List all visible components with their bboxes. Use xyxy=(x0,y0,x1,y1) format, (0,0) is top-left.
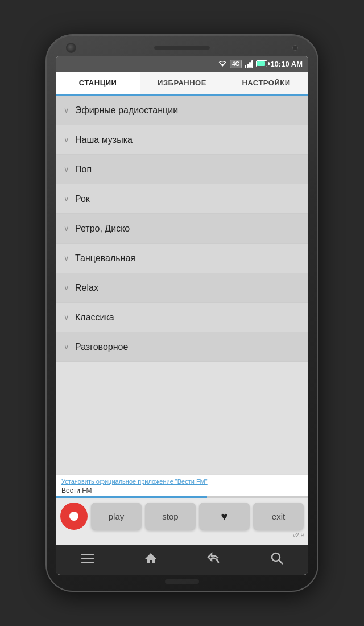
front-camera xyxy=(66,43,76,53)
chevron-icon-classic: ∨ xyxy=(64,313,69,322)
bar1 xyxy=(245,65,246,68)
bar2 xyxy=(247,64,249,68)
record-dot xyxy=(69,512,78,521)
svg-rect-1 xyxy=(81,558,94,559)
status-time: 10:10 AM xyxy=(270,60,303,68)
wifi-icon xyxy=(218,60,227,68)
signal-bars xyxy=(245,60,253,68)
speaker-dot-2 xyxy=(213,47,215,49)
status-bar: 4G 10:10 AM xyxy=(56,56,308,72)
bar4 xyxy=(251,60,253,68)
phone-top xyxy=(56,46,308,50)
bar3 xyxy=(249,62,251,68)
play-button[interactable]: play xyxy=(91,503,142,530)
category-label-retro: Ретро, Диско xyxy=(75,224,130,234)
chevron-icon-dance: ∨ xyxy=(64,254,69,262)
category-item-ourmusic[interactable]: ∨ Наша музыка xyxy=(56,125,308,155)
promo-station-name: Вести FM xyxy=(61,487,92,495)
chevron-icon-talk: ∨ xyxy=(64,343,69,351)
category-item-talk[interactable]: ∨ Разговорное xyxy=(56,332,308,362)
chevron-icon-ourmusic: ∨ xyxy=(64,135,69,144)
version-label: v2.9 xyxy=(56,532,308,541)
promo-link[interactable]: Установить официальное приложение "Вести… xyxy=(61,478,303,485)
svg-rect-0 xyxy=(81,554,94,555)
sensor xyxy=(292,45,298,51)
category-item-relax[interactable]: ∨ Relax xyxy=(56,273,308,303)
nav-menu-button[interactable] xyxy=(76,548,99,572)
category-label-relax: Relax xyxy=(75,283,98,293)
category-item-dance[interactable]: ∨ Танцевальная xyxy=(56,244,308,273)
category-item-retro[interactable]: ∨ Ретро, Диско xyxy=(56,214,308,244)
nav-home-button[interactable] xyxy=(139,547,162,573)
battery-fill xyxy=(257,61,265,66)
tab-settings[interactable]: НАСТРОЙКИ xyxy=(224,72,308,94)
phone-bottom-bar xyxy=(165,579,199,584)
category-label-air: Эфирные радиостанции xyxy=(75,105,178,116)
category-item-rock[interactable]: ∨ Рок xyxy=(56,184,308,214)
svg-line-4 xyxy=(279,561,283,565)
category-label-classic: Классика xyxy=(75,312,114,323)
chevron-icon-relax: ∨ xyxy=(64,283,69,292)
battery-icon xyxy=(256,60,267,67)
chevron-icon-retro: ∨ xyxy=(64,224,69,233)
status-icons: 4G 10:10 AM xyxy=(218,60,303,68)
nav-back-button[interactable] xyxy=(202,547,225,573)
category-label-rock: Рок xyxy=(75,194,90,204)
category-label-pop: Поп xyxy=(75,164,92,175)
chevron-icon-air: ∨ xyxy=(64,106,69,114)
record-button[interactable] xyxy=(60,503,88,530)
svg-point-3 xyxy=(272,553,280,561)
svg-rect-2 xyxy=(81,562,94,563)
controls-bar: play stop ♥ exit xyxy=(56,498,308,532)
chevron-icon-rock: ∨ xyxy=(64,195,69,203)
nav-bar xyxy=(56,545,308,575)
signal-4g-badge: 4G xyxy=(230,60,242,68)
tab-bar: СТАНЦИИ ИЗБРАННОЕ НАСТРОЙКИ xyxy=(56,72,308,96)
favorite-button[interactable]: ♥ xyxy=(199,503,250,530)
category-item-air[interactable]: ∨ Эфирные радиостанции xyxy=(56,96,308,125)
speaker-dot xyxy=(149,47,151,49)
nav-search-button[interactable] xyxy=(266,547,288,573)
speaker-grille xyxy=(154,46,210,50)
screen: 4G 10:10 AM СТАНЦИИ ИЗБРАННОЕ НАСТРОЙКИ xyxy=(56,56,308,575)
exit-button[interactable]: exit xyxy=(253,503,304,530)
category-label-ourmusic: Наша музыка xyxy=(75,135,133,145)
category-item-pop[interactable]: ∨ Поп xyxy=(56,155,308,184)
category-label-dance: Танцевальная xyxy=(75,253,135,263)
category-item-classic[interactable]: ∨ Классика xyxy=(56,303,308,332)
app-content: СТАНЦИИ ИЗБРАННОЕ НАСТРОЙКИ ∨ Эфирные ра… xyxy=(56,72,308,575)
chevron-icon-pop: ∨ xyxy=(64,165,69,174)
stop-button[interactable]: stop xyxy=(145,503,196,530)
promo-bar: Установить официальное приложение "Вести… xyxy=(56,474,308,496)
category-label-talk: Разговорное xyxy=(75,342,128,352)
category-list: ∨ Эфирные радиостанции ∨ Наша музыка ∨ П… xyxy=(56,96,308,474)
tab-stations[interactable]: СТАНЦИИ xyxy=(56,72,140,96)
tab-favorites[interactable]: ИЗБРАННОЕ xyxy=(140,72,224,94)
phone-device: 4G 10:10 AM СТАНЦИИ ИЗБРАННОЕ НАСТРОЙКИ xyxy=(46,34,318,592)
